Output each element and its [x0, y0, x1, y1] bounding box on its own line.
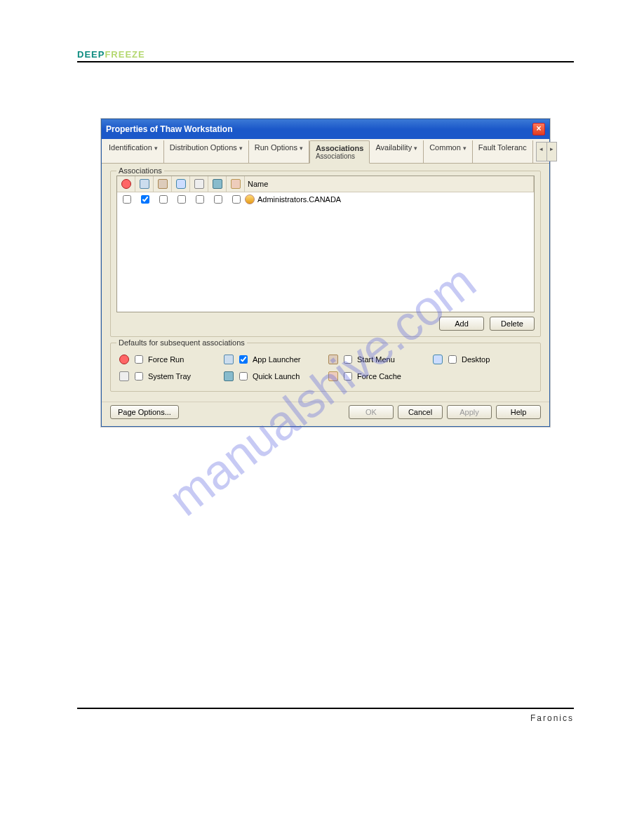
col-quick-icon	[213, 179, 222, 189]
default-desktop: Desktop	[433, 353, 532, 366]
tab-scroll[interactable]: ◂ ▸	[536, 142, 557, 161]
force-run-icon	[119, 355, 129, 364]
col-start-icon	[158, 179, 168, 189]
col-app-icon	[140, 179, 149, 189]
row-start-checkbox[interactable]	[159, 195, 168, 204]
page-options-button[interactable]: Page Options...	[110, 405, 179, 419]
default-quick-launch: Quick Launch	[224, 370, 323, 383]
footer-rule	[77, 708, 574, 709]
row-force-checkbox[interactable]	[123, 195, 131, 204]
force-cache-checkbox[interactable]	[344, 372, 352, 380]
tab-associations[interactable]: Associations Associations	[309, 140, 370, 164]
tab-fault-tolerance[interactable]: Fault Toleranc	[473, 140, 533, 163]
close-icon[interactable]: ×	[532, 123, 545, 135]
tab-scroll-right[interactable]: ▸	[546, 143, 556, 161]
default-app-launcher: App Launcher	[224, 353, 323, 366]
dialog-footer: Page Options... OK Cancel Apply Help	[102, 402, 549, 426]
row-cache-checkbox[interactable]	[232, 195, 241, 204]
logo-freeze: FREEZE	[105, 49, 145, 60]
default-system-tray: System Tray	[119, 370, 218, 383]
apply-button[interactable]: Apply	[447, 405, 492, 419]
row-desktop-checkbox[interactable]	[177, 195, 186, 204]
window-title: Properties of Thaw Workstation	[106, 124, 232, 134]
tab-distribution-options[interactable]: Distribution Options	[164, 140, 249, 163]
footer-brand: Faronics	[77, 713, 574, 723]
associations-group: Associations Name	[110, 171, 541, 337]
header-rule	[77, 61, 574, 62]
tab-identification[interactable]: Identification	[103, 140, 164, 163]
users-icon	[245, 194, 255, 204]
start-menu-icon	[328, 355, 338, 364]
associations-group-label: Associations	[116, 166, 164, 175]
help-button[interactable]: Help	[496, 405, 541, 419]
tab-strip: Identification Distribution Options Run …	[102, 139, 549, 164]
start-menu-checkbox[interactable]	[344, 355, 352, 364]
system-tray-checkbox[interactable]	[135, 372, 143, 380]
tab-availability[interactable]: Availability	[370, 140, 424, 163]
quick-launch-icon	[224, 371, 234, 381]
row-name: Administrators.CANADA	[257, 195, 341, 204]
tab-run-options[interactable]: Run Options	[249, 140, 309, 163]
table-row[interactable]: Administrators.CANADA	[117, 192, 534, 206]
delete-button[interactable]: Delete	[490, 317, 535, 331]
col-desktop-icon	[176, 179, 186, 189]
titlebar: Properties of Thaw Workstation ×	[102, 119, 549, 139]
desktop-checkbox[interactable]	[448, 355, 457, 364]
desktop-icon	[433, 355, 443, 364]
system-tray-icon	[119, 371, 129, 381]
defaults-group: Defaults for subsequent associations For…	[110, 343, 541, 392]
col-cache-icon	[231, 179, 241, 189]
add-button[interactable]: Add	[439, 317, 484, 331]
page-header-logo: DEEPFREEZE	[77, 49, 574, 60]
app-launcher-checkbox[interactable]	[239, 355, 248, 364]
col-force-icon	[121, 179, 131, 189]
force-cache-icon	[328, 371, 338, 381]
associations-list[interactable]: Name Administrators.CANADA	[116, 176, 535, 312]
row-tray-checkbox[interactable]	[196, 195, 204, 204]
col-tray-icon	[194, 179, 204, 189]
tab-common[interactable]: Common	[424, 140, 473, 163]
tab-scroll-left[interactable]: ◂	[537, 143, 546, 161]
cancel-button[interactable]: Cancel	[398, 405, 443, 419]
default-force-run: Force Run	[119, 353, 218, 366]
row-quick-checkbox[interactable]	[214, 195, 222, 204]
defaults-group-label: Defaults for subsequent associations	[116, 338, 247, 347]
default-force-cache: Force Cache	[328, 370, 427, 383]
force-run-checkbox[interactable]	[135, 355, 143, 364]
logo-deep: DEEP	[77, 49, 105, 60]
ok-button[interactable]: OK	[349, 405, 394, 419]
default-start-menu: Start Menu	[328, 353, 427, 366]
row-app-checkbox[interactable]	[141, 195, 149, 204]
quick-launch-checkbox[interactable]	[239, 372, 248, 380]
app-launcher-icon	[224, 355, 234, 364]
list-header: Name	[117, 176, 534, 192]
col-name: Name	[245, 176, 534, 192]
properties-dialog: Properties of Thaw Workstation × Identif…	[101, 119, 550, 427]
